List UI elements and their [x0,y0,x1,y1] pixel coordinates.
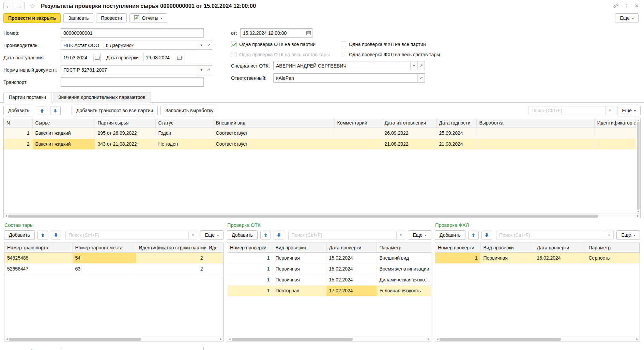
move-down-button[interactable] [481,231,492,239]
check-date-field[interactable] [143,53,183,62]
normative-doc-field[interactable]: ▾ ↗ [61,65,212,74]
column-header[interactable]: Идентификатор с [594,118,636,128]
move-up-button[interactable] [37,231,48,239]
receipt-date-field[interactable] [61,53,101,62]
column-header[interactable]: Иде [206,243,223,252]
add-row-button[interactable]: Добавить [435,230,465,240]
add-row-button[interactable]: Добавить [3,106,34,115]
calendar-icon[interactable] [305,29,312,37]
doc-date-input[interactable] [241,29,305,37]
scroll-left-icon[interactable]: ◀ [5,215,7,217]
manufacturer-field[interactable]: ▾ ↗ [61,41,212,50]
tab-extra-params[interactable]: Значения дополнительных параметров [53,92,151,103]
link-icon[interactable] [613,3,618,9]
column-header[interactable]: Номер тарного места [72,243,136,252]
menu-dots-icon[interactable]: ⋮ [624,3,629,9]
scroll-right-icon[interactable]: ▶ [637,338,638,340]
move-up-button[interactable] [37,106,47,115]
checkbox-otk-all-batches[interactable]: Одна проверка ОТК на все партии [231,42,341,47]
normative-open-icon[interactable]: ↗ [205,65,212,74]
write-button[interactable]: Записать [63,13,93,23]
table-row[interactable]: 1 Первичная 16.02.2024 Серность [435,252,640,263]
otk-specialist-open-icon[interactable]: ↗ [417,61,425,70]
post-and-close-button[interactable]: Провести и закрыть [3,13,61,23]
normative-doc-input[interactable] [61,65,198,74]
scroll-right-icon[interactable]: ▶ [428,338,430,340]
table-row[interactable]: 1 Первичная 15.02.2024 Динамическая вязк… [227,274,431,285]
fill-output-button[interactable]: Заполнить выработку [160,106,218,115]
table-row[interactable]: 1 Первичная 15.02.2024 Время желатинизац… [227,263,431,274]
comment-field[interactable] [61,347,204,350]
search-input[interactable] [288,231,397,239]
transport-field[interactable] [61,77,204,87]
column-header[interactable]: Дата изготовления [382,118,436,128]
tab-batches[interactable]: Партии поставки [3,92,51,103]
horizontal-scrollbar-thumb[interactable] [232,338,352,341]
vertical-scrollbar[interactable]: ▲ ▼ [636,118,640,214]
horizontal-scrollbar[interactable]: ◀ ▶ [435,337,640,341]
column-header[interactable]: Партия сырья [95,118,155,128]
column-header[interactable]: Дата проверки [326,243,377,252]
move-down-button[interactable] [274,231,284,239]
column-header[interactable]: Выработка [476,118,594,128]
table-row[interactable]: 1 Первичная 15.02.2024 Внешний вид [227,252,431,263]
column-header[interactable]: Сырье [32,118,95,128]
add-row-button[interactable]: Добавить [4,230,35,240]
move-down-button[interactable] [50,106,61,115]
column-header[interactable]: Номер транспорта [4,243,72,252]
calendar-icon[interactable] [93,53,101,62]
table-row[interactable]: 2 Бакелит жидкий 343 от 21.08.2022 Не го… [4,138,636,149]
search-input[interactable] [528,106,606,115]
favorite-star-icon[interactable]: ☆ [29,2,35,10]
scroll-right-icon[interactable]: ▶ [637,215,639,217]
move-up-button[interactable] [260,231,271,239]
checkbox-fhl-all-containers[interactable]: Одна проверка ФХЛ на весь состав тары [341,52,450,57]
horizontal-scrollbar-thumb[interactable] [440,338,561,341]
number-field[interactable] [61,28,204,38]
checkbox-fhl-all-batches[interactable]: Одна проверка ФХЛ на все партии [341,42,450,47]
scroll-up-icon[interactable]: ▲ [637,119,640,121]
otk-specialist-input[interactable] [274,61,410,70]
horizontal-scrollbar[interactable]: ◀ ▶ [227,337,431,341]
column-header[interactable]: Статус [155,118,213,128]
search-input[interactable] [65,231,189,239]
manufacturer-open-icon[interactable]: ↗ [205,41,212,49]
reports-button[interactable]: Отчеты ▾ [129,13,167,23]
table-row[interactable]: 1 Бакелит жидкий 295 от 26.09.2022 Годен… [4,128,636,138]
search-clear-icon[interactable]: × [605,231,614,239]
doc-date-field[interactable] [240,28,312,38]
otk-specialist-dropdown-icon[interactable]: ▾ [410,61,417,70]
horizontal-scrollbar[interactable]: ◀ ▶ [4,214,640,218]
comment-input[interactable] [61,347,203,350]
column-header[interactable]: Дата проверки [534,243,586,252]
close-icon[interactable]: × [635,2,639,10]
scroll-left-icon[interactable]: ◀ [6,338,7,340]
column-header[interactable]: Параметр [377,243,431,252]
check-date-input[interactable] [143,53,176,62]
responsible-open-icon[interactable]: ↗ [417,74,425,82]
table-row[interactable]: 52658447 63 2 [4,263,223,274]
horizontal-scrollbar-thumb[interactable] [9,338,141,341]
scroll-right-icon[interactable]: ▶ [220,338,222,340]
search-input[interactable] [496,231,605,239]
move-down-button[interactable] [51,231,61,239]
manufacturer-dropdown-icon[interactable]: ▾ [198,41,205,49]
horizontal-scrollbar-thumb[interactable] [8,215,598,218]
column-header[interactable]: Внешний вид [213,118,334,128]
otk-more-button[interactable]: Еще ▾ [408,230,431,240]
column-header[interactable]: Номер проверки [435,243,480,252]
column-header[interactable]: N [4,118,32,128]
responsible-input[interactable] [274,74,417,82]
search-clear-icon[interactable]: × [189,231,197,239]
column-header[interactable]: Вид проверки [480,243,534,252]
move-up-button[interactable] [468,231,479,239]
column-header[interactable]: Идентификатор строки партии [136,243,206,252]
post-button[interactable]: Провести [96,13,127,23]
scroll-down-icon[interactable]: ▼ [637,210,640,213]
add-transport-all-button[interactable]: Добавить транспорт во все партии [72,106,158,115]
search-clear-icon[interactable]: × [397,231,405,239]
add-row-button[interactable]: Добавить [227,230,258,240]
search-clear-icon[interactable]: × [606,106,614,115]
receipt-date-input[interactable] [61,53,93,62]
scroll-left-icon[interactable]: ◀ [436,338,438,340]
